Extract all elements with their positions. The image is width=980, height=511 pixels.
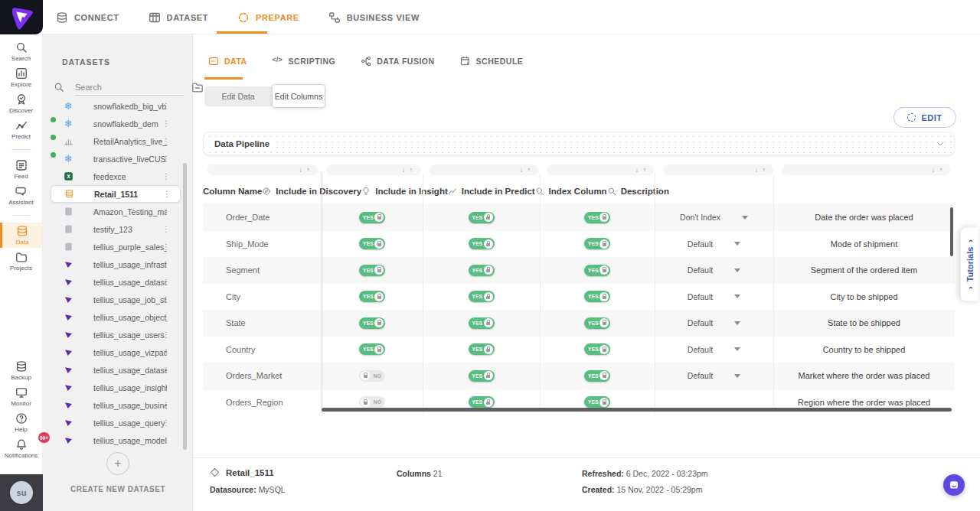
dataset-item[interactable]: X feedexce ⋮ (43, 168, 193, 185)
vertical-scrollbar[interactable] (950, 207, 953, 256)
dataset-item[interactable]: tellius_usage_insights ⋮ (43, 379, 193, 396)
include-in-discovery-toggle[interactable]: NO (359, 370, 385, 382)
dataset-item[interactable]: testify_123 ⋮ (43, 220, 193, 238)
dataset-item[interactable]: RetailAnalytics_live_test ⋮ (43, 132, 193, 150)
dataset-item[interactable]: tellius_purple_sales_feed_fin ⋮ (43, 238, 193, 255)
include-in-predict-toggle[interactable]: YES (584, 265, 610, 276)
top-nav-item[interactable]: BUSINESS VIEW (328, 11, 420, 24)
include-in-insight-toggle[interactable]: YES (469, 291, 495, 302)
dataset-item[interactable]: tellius_usage_datasets ⋮ (43, 361, 193, 379)
tellius-logo[interactable] (0, 0, 43, 34)
kebab-menu-icon[interactable]: ⋮ (162, 137, 170, 145)
create-new-dataset-button[interactable]: + CREATE NEW DATASET (43, 452, 193, 493)
rail-item[interactable]: Help (0, 410, 42, 435)
sort-icons[interactable]: ↓ ↑ (754, 166, 766, 174)
rail-item[interactable]: Discover (0, 91, 42, 116)
dataset-item[interactable]: ❄ snowflakedb_dem ⋮ (43, 115, 193, 132)
user-avatar[interactable]: su (10, 481, 33, 504)
dataset-item[interactable]: Retail_1511 ⋮ (51, 185, 181, 203)
kebab-menu-icon[interactable]: ⋮ (162, 348, 170, 356)
dataset-item[interactable]: tellius_usage_vizpads ⋮ (43, 343, 193, 361)
include-in-discovery-toggle[interactable]: YES (359, 238, 385, 249)
rail-item[interactable]: Assistant (0, 183, 42, 208)
include-in-insight-toggle[interactable]: YES (469, 317, 495, 329)
include-in-predict-toggle[interactable]: YES (584, 291, 610, 302)
data-pipeline-bar[interactable]: Data Pipeline (203, 132, 955, 155)
kebab-menu-icon[interactable]: ⋮ (162, 366, 170, 374)
dataset-item[interactable]: tellius_usage_job_stats ⋮ (43, 291, 193, 308)
kebab-menu-icon[interactable]: ⋮ (162, 313, 170, 321)
include-in-predict-toggle[interactable]: YES (584, 238, 610, 249)
rail-item[interactable]: Data (0, 223, 42, 248)
column-filter[interactable]: ↓ ↑ (547, 164, 654, 174)
include-in-predict-toggle[interactable]: YES (584, 396, 610, 408)
dataset-tab[interactable]: DATA FUSION (361, 56, 434, 67)
rail-item[interactable]: Monitor (0, 384, 42, 409)
edit-button[interactable]: EDIT (893, 107, 956, 128)
chevron-down-icon[interactable] (936, 139, 945, 148)
sort-icons[interactable]: ↓ ↑ (932, 166, 944, 174)
index-column-dropdown[interactable]: Don't Index (680, 213, 748, 222)
dataset-item[interactable]: tellius_usage_datasources ⋮ (43, 273, 193, 291)
kebab-menu-icon[interactable]: ⋮ (162, 330, 170, 339)
sort-icons[interactable]: ↓ ↑ (402, 166, 414, 174)
include-in-predict-toggle[interactable]: YES (584, 343, 610, 355)
edit-columns-option[interactable]: Edit Columns (272, 84, 325, 108)
dataset-item[interactable]: tellius_usage_object_usage ⋮ (43, 308, 193, 326)
include-in-discovery-toggle[interactable]: YES (359, 317, 385, 329)
kebab-menu-icon[interactable]: ⋮ (162, 260, 170, 269)
kebab-menu-icon[interactable]: ⋮ (162, 155, 170, 163)
top-nav-item[interactable]: CONNECT (56, 11, 119, 24)
rail-item[interactable]: Feed (0, 157, 42, 182)
kebab-menu-icon[interactable]: ⋮ (162, 102, 170, 110)
rail-item[interactable]: Search (0, 39, 42, 64)
column-filter[interactable]: ↓ ↑ (663, 164, 773, 174)
sort-icons[interactable]: ↓ ↑ (520, 166, 532, 174)
tutorials-tab[interactable]: › Tutorials › (961, 228, 978, 301)
dataset-item[interactable]: ❄ transactive_liveCUSTTRANS... ⋮ (43, 150, 193, 168)
index-column-dropdown[interactable]: Default (688, 239, 740, 249)
include-in-discovery-toggle[interactable]: YES (359, 343, 385, 355)
include-in-insight-toggle[interactable]: YES (469, 370, 495, 382)
edit-data-option[interactable]: Edit Data (204, 86, 272, 106)
sort-icons[interactable]: ↓ ↑ (299, 166, 311, 174)
folder-icon[interactable] (191, 81, 204, 93)
include-in-insight-toggle[interactable]: YES (469, 212, 495, 223)
dataset-item[interactable]: tellius_usage_businessviews ⋮ (43, 396, 193, 414)
kebab-menu-icon[interactable]: ⋮ (162, 418, 170, 427)
kebab-menu-icon[interactable]: ⋮ (162, 207, 170, 216)
dataset-list-scrollbar[interactable] (183, 163, 187, 450)
kebab-menu-icon[interactable]: ⋮ (162, 278, 170, 286)
rail-item[interactable]: Explore (0, 65, 42, 90)
include-in-discovery-toggle[interactable]: YES (359, 265, 385, 276)
plus-icon[interactable]: + (106, 452, 129, 475)
dataset-search-input[interactable] (75, 79, 184, 96)
dataset-item[interactable]: tellius_usage_infrastructure... ⋮ (43, 255, 193, 273)
top-nav-item[interactable]: DATASET (149, 11, 209, 24)
kebab-menu-icon[interactable]: ⋮ (162, 295, 170, 304)
include-in-discovery-toggle[interactable]: YES (359, 212, 385, 223)
column-filter[interactable]: ↓ ↑ (782, 164, 950, 174)
kebab-menu-icon[interactable]: ⋮ (162, 225, 170, 233)
sort-icons[interactable]: ↓ ↑ (635, 166, 648, 174)
rail-item[interactable]: Predict (0, 117, 42, 142)
index-column-dropdown[interactable]: Default (688, 292, 740, 301)
include-in-insight-toggle[interactable]: YES (469, 396, 495, 408)
column-filter[interactable]: ↓ ↑ (327, 164, 420, 174)
dataset-item[interactable]: tellius_usage_users ⋮ (43, 326, 193, 343)
include-in-insight-toggle[interactable]: YES (469, 265, 495, 276)
kebab-menu-icon[interactable]: ⋮ (162, 242, 170, 251)
kebab-menu-icon[interactable]: ⋮ (162, 383, 170, 392)
column-filter[interactable]: ↓ ↑ (430, 164, 538, 174)
rail-item[interactable]: 99+ Notifications (0, 436, 42, 461)
top-nav-item[interactable]: PREPARE (237, 11, 299, 24)
index-column-dropdown[interactable]: Default (688, 371, 740, 380)
dataset-item[interactable]: tellius_usage_query ⋮ (43, 414, 193, 431)
dataset-item[interactable]: ❄ snowflakedb_big_vb ⋮ (43, 97, 193, 115)
chat-widget-button[interactable] (943, 474, 965, 496)
rail-item[interactable]: Backup (0, 358, 42, 383)
include-in-insight-toggle[interactable]: YES (469, 238, 495, 249)
rail-item[interactable]: Projects (0, 249, 42, 274)
include-in-discovery-toggle[interactable]: NO (359, 396, 385, 408)
kebab-menu-icon[interactable]: ⋮ (162, 119, 170, 128)
